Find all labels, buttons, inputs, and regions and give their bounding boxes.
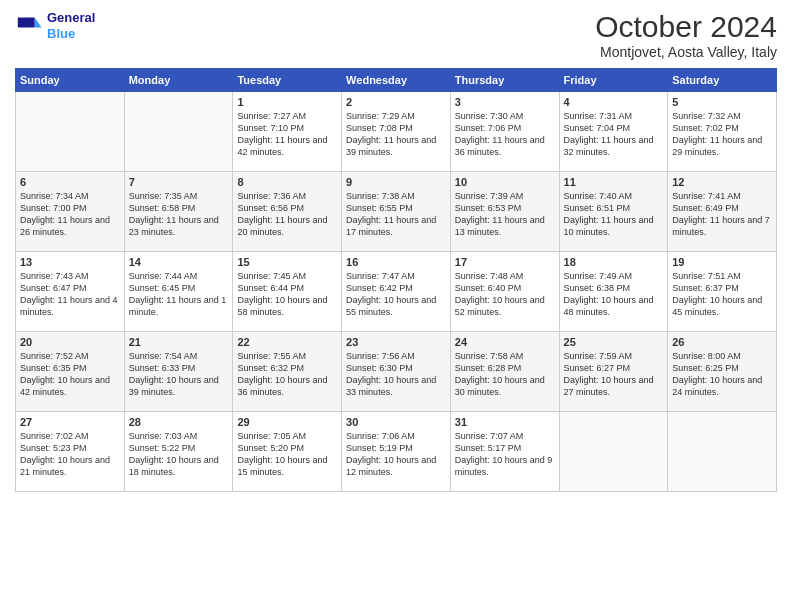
- day-number: 16: [346, 256, 446, 268]
- day-number: 5: [672, 96, 772, 108]
- calendar-day-cell: 3Sunrise: 7:30 AMSunset: 7:06 PMDaylight…: [450, 92, 559, 172]
- calendar-day-cell: 25Sunrise: 7:59 AMSunset: 6:27 PMDayligh…: [559, 332, 668, 412]
- calendar-day-cell: 11Sunrise: 7:40 AMSunset: 6:51 PMDayligh…: [559, 172, 668, 252]
- day-number: 27: [20, 416, 120, 428]
- calendar-day-cell: 18Sunrise: 7:49 AMSunset: 6:38 PMDayligh…: [559, 252, 668, 332]
- day-info: Sunrise: 7:56 AMSunset: 6:30 PMDaylight:…: [346, 350, 446, 399]
- day-number: 15: [237, 256, 337, 268]
- day-info: Sunrise: 7:49 AMSunset: 6:38 PMDaylight:…: [564, 270, 664, 319]
- svg-marker-0: [35, 17, 42, 27]
- day-info: Sunrise: 7:07 AMSunset: 5:17 PMDaylight:…: [455, 430, 555, 479]
- weekday-header: Wednesday: [342, 69, 451, 92]
- calendar-day-cell: [668, 412, 777, 492]
- day-info: Sunrise: 7:40 AMSunset: 6:51 PMDaylight:…: [564, 190, 664, 239]
- day-info: Sunrise: 7:02 AMSunset: 5:23 PMDaylight:…: [20, 430, 120, 479]
- calendar-day-cell: 31Sunrise: 7:07 AMSunset: 5:17 PMDayligh…: [450, 412, 559, 492]
- day-info: Sunrise: 7:52 AMSunset: 6:35 PMDaylight:…: [20, 350, 120, 399]
- day-info: Sunrise: 7:30 AMSunset: 7:06 PMDaylight:…: [455, 110, 555, 159]
- calendar-day-cell: 5Sunrise: 7:32 AMSunset: 7:02 PMDaylight…: [668, 92, 777, 172]
- day-number: 25: [564, 336, 664, 348]
- day-info: Sunrise: 7:35 AMSunset: 6:58 PMDaylight:…: [129, 190, 229, 239]
- day-number: 29: [237, 416, 337, 428]
- day-number: 31: [455, 416, 555, 428]
- calendar-day-cell: 10Sunrise: 7:39 AMSunset: 6:53 PMDayligh…: [450, 172, 559, 252]
- calendar-day-cell: 4Sunrise: 7:31 AMSunset: 7:04 PMDaylight…: [559, 92, 668, 172]
- day-info: Sunrise: 7:43 AMSunset: 6:47 PMDaylight:…: [20, 270, 120, 319]
- calendar-day-cell: 22Sunrise: 7:55 AMSunset: 6:32 PMDayligh…: [233, 332, 342, 412]
- day-number: 3: [455, 96, 555, 108]
- weekday-header: Saturday: [668, 69, 777, 92]
- day-info: Sunrise: 7:29 AMSunset: 7:08 PMDaylight:…: [346, 110, 446, 159]
- main-container: General Blue October 2024 Montjovet, Aos…: [0, 0, 792, 502]
- day-info: Sunrise: 7:39 AMSunset: 6:53 PMDaylight:…: [455, 190, 555, 239]
- calendar-day-cell: 27Sunrise: 7:02 AMSunset: 5:23 PMDayligh…: [16, 412, 125, 492]
- calendar-day-cell: 17Sunrise: 7:48 AMSunset: 6:40 PMDayligh…: [450, 252, 559, 332]
- weekday-header-row: SundayMondayTuesdayWednesdayThursdayFrid…: [16, 69, 777, 92]
- day-info: Sunrise: 7:05 AMSunset: 5:20 PMDaylight:…: [237, 430, 337, 479]
- day-number: 23: [346, 336, 446, 348]
- day-number: 14: [129, 256, 229, 268]
- day-info: Sunrise: 7:44 AMSunset: 6:45 PMDaylight:…: [129, 270, 229, 319]
- day-info: Sunrise: 7:45 AMSunset: 6:44 PMDaylight:…: [237, 270, 337, 319]
- calendar-day-cell: 14Sunrise: 7:44 AMSunset: 6:45 PMDayligh…: [124, 252, 233, 332]
- weekday-header: Friday: [559, 69, 668, 92]
- calendar-day-cell: 12Sunrise: 7:41 AMSunset: 6:49 PMDayligh…: [668, 172, 777, 252]
- calendar-day-cell: 6Sunrise: 7:34 AMSunset: 7:00 PMDaylight…: [16, 172, 125, 252]
- location: Montjovet, Aosta Valley, Italy: [595, 44, 777, 60]
- svg-rect-1: [18, 17, 35, 27]
- day-info: Sunrise: 7:54 AMSunset: 6:33 PMDaylight:…: [129, 350, 229, 399]
- day-info: Sunrise: 7:34 AMSunset: 7:00 PMDaylight:…: [20, 190, 120, 239]
- day-number: 2: [346, 96, 446, 108]
- weekday-header: Sunday: [16, 69, 125, 92]
- day-info: Sunrise: 7:06 AMSunset: 5:19 PMDaylight:…: [346, 430, 446, 479]
- day-number: 11: [564, 176, 664, 188]
- day-number: 18: [564, 256, 664, 268]
- calendar-day-cell: 2Sunrise: 7:29 AMSunset: 7:08 PMDaylight…: [342, 92, 451, 172]
- day-number: 26: [672, 336, 772, 348]
- day-number: 17: [455, 256, 555, 268]
- day-number: 8: [237, 176, 337, 188]
- calendar-day-cell: [124, 92, 233, 172]
- logo-icon: [15, 12, 43, 40]
- logo: General Blue: [15, 10, 95, 41]
- calendar-day-cell: 30Sunrise: 7:06 AMSunset: 5:19 PMDayligh…: [342, 412, 451, 492]
- day-info: Sunrise: 7:51 AMSunset: 6:37 PMDaylight:…: [672, 270, 772, 319]
- calendar-day-cell: 8Sunrise: 7:36 AMSunset: 6:56 PMDaylight…: [233, 172, 342, 252]
- day-number: 24: [455, 336, 555, 348]
- calendar-week-row: 1Sunrise: 7:27 AMSunset: 7:10 PMDaylight…: [16, 92, 777, 172]
- day-number: 22: [237, 336, 337, 348]
- calendar-day-cell: 1Sunrise: 7:27 AMSunset: 7:10 PMDaylight…: [233, 92, 342, 172]
- day-number: 6: [20, 176, 120, 188]
- day-info: Sunrise: 7:38 AMSunset: 6:55 PMDaylight:…: [346, 190, 446, 239]
- calendar-day-cell: 19Sunrise: 7:51 AMSunset: 6:37 PMDayligh…: [668, 252, 777, 332]
- day-info: Sunrise: 8:00 AMSunset: 6:25 PMDaylight:…: [672, 350, 772, 399]
- day-info: Sunrise: 7:32 AMSunset: 7:02 PMDaylight:…: [672, 110, 772, 159]
- day-info: Sunrise: 7:47 AMSunset: 6:42 PMDaylight:…: [346, 270, 446, 319]
- calendar-day-cell: [559, 412, 668, 492]
- header: General Blue October 2024 Montjovet, Aos…: [15, 10, 777, 60]
- weekday-header: Monday: [124, 69, 233, 92]
- day-info: Sunrise: 7:41 AMSunset: 6:49 PMDaylight:…: [672, 190, 772, 239]
- calendar-day-cell: 23Sunrise: 7:56 AMSunset: 6:30 PMDayligh…: [342, 332, 451, 412]
- calendar-week-row: 6Sunrise: 7:34 AMSunset: 7:00 PMDaylight…: [16, 172, 777, 252]
- calendar-week-row: 27Sunrise: 7:02 AMSunset: 5:23 PMDayligh…: [16, 412, 777, 492]
- day-number: 19: [672, 256, 772, 268]
- day-number: 4: [564, 96, 664, 108]
- day-info: Sunrise: 7:27 AMSunset: 7:10 PMDaylight:…: [237, 110, 337, 159]
- day-number: 1: [237, 96, 337, 108]
- calendar-day-cell: 26Sunrise: 8:00 AMSunset: 6:25 PMDayligh…: [668, 332, 777, 412]
- day-number: 10: [455, 176, 555, 188]
- day-info: Sunrise: 7:58 AMSunset: 6:28 PMDaylight:…: [455, 350, 555, 399]
- day-number: 12: [672, 176, 772, 188]
- title-block: October 2024 Montjovet, Aosta Valley, It…: [595, 10, 777, 60]
- day-number: 21: [129, 336, 229, 348]
- month-title: October 2024: [595, 10, 777, 44]
- day-number: 30: [346, 416, 446, 428]
- calendar-day-cell: 7Sunrise: 7:35 AMSunset: 6:58 PMDaylight…: [124, 172, 233, 252]
- day-info: Sunrise: 7:31 AMSunset: 7:04 PMDaylight:…: [564, 110, 664, 159]
- calendar-day-cell: 15Sunrise: 7:45 AMSunset: 6:44 PMDayligh…: [233, 252, 342, 332]
- calendar-day-cell: [16, 92, 125, 172]
- day-info: Sunrise: 7:59 AMSunset: 6:27 PMDaylight:…: [564, 350, 664, 399]
- calendar-day-cell: 9Sunrise: 7:38 AMSunset: 6:55 PMDaylight…: [342, 172, 451, 252]
- calendar-day-cell: 29Sunrise: 7:05 AMSunset: 5:20 PMDayligh…: [233, 412, 342, 492]
